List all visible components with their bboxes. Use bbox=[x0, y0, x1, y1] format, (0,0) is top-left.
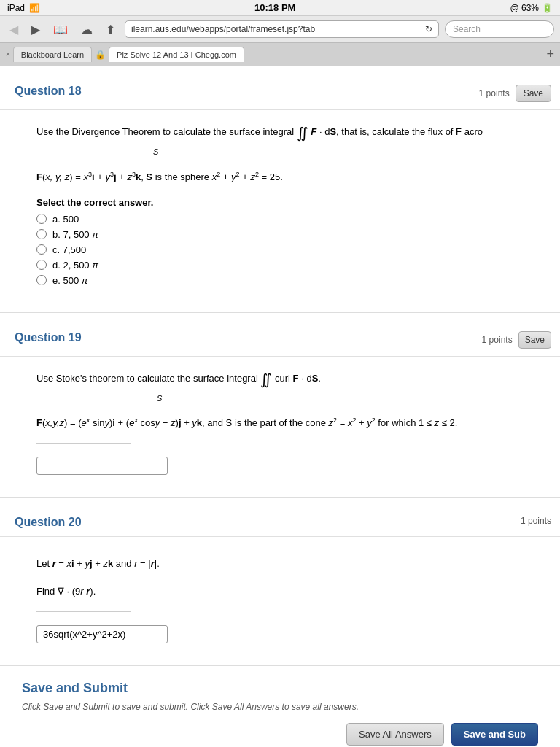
question-18-points: 1 points bbox=[479, 88, 510, 98]
radio-a[interactable] bbox=[36, 214, 47, 224]
save-submit-section: Save and Submit Click Save and Submit to… bbox=[0, 666, 560, 747]
question-19-formula: F(x,y,z) = (ex siny)i + (ex cosy − z)j +… bbox=[36, 414, 538, 432]
battery-label: @ 63% bbox=[510, 3, 539, 13]
content-area: Question 18 1 points Save Use the Diverg… bbox=[0, 66, 560, 747]
question-19-header: Question 19 1 points Save bbox=[0, 324, 560, 357]
select-answer-label: Select the correct answer. bbox=[36, 197, 538, 208]
question-20-answer-input[interactable] bbox=[36, 625, 168, 643]
question-18-title: Question 18 bbox=[15, 85, 82, 98]
question-18-save-button[interactable]: Save bbox=[516, 85, 551, 102]
status-bar: iPad 📶 10:18 PM @ 63% 🔋 bbox=[0, 0, 560, 16]
back-button[interactable]: ◀ bbox=[6, 21, 22, 38]
option-e-label: e. 500 π bbox=[52, 275, 88, 286]
wifi-icon: 📶 bbox=[29, 3, 40, 13]
separator-20 bbox=[36, 611, 131, 612]
save-submit-title: Save and Submit bbox=[22, 681, 538, 696]
tab-blackboard[interactable]: Blackboard Learn bbox=[13, 47, 92, 62]
lock-icon: 🔒 bbox=[95, 50, 106, 60]
battery-icon: 🔋 bbox=[542, 3, 553, 13]
search-box[interactable]: Search bbox=[445, 20, 554, 38]
forward-button[interactable]: ▶ bbox=[28, 21, 44, 38]
question-18-text: Use the Divergence Theorem to calculate … bbox=[36, 121, 538, 160]
option-a[interactable]: a. 500 bbox=[36, 214, 538, 225]
save-and-submit-button[interactable]: Save and Sub bbox=[451, 723, 538, 746]
question-20-title: Question 20 bbox=[15, 516, 82, 529]
time-display: 10:18 PM bbox=[254, 2, 295, 13]
question-19-points-badge: 1 points Save bbox=[482, 331, 551, 349]
status-right: @ 63% 🔋 bbox=[510, 3, 553, 13]
question-20-points-badge: 1 points bbox=[521, 516, 551, 526]
question-19-save-button[interactable]: Save bbox=[518, 331, 551, 349]
save-submit-buttons: Save All Answers Save and Sub bbox=[22, 723, 538, 746]
question-20-find: Find ∇ · (9r r). bbox=[36, 583, 538, 600]
radio-d[interactable] bbox=[36, 260, 47, 270]
option-d[interactable]: d. 2, 500 π bbox=[36, 260, 538, 271]
option-b[interactable]: b. 7, 500 π bbox=[36, 229, 538, 240]
option-c[interactable]: c. 7,500 bbox=[36, 244, 538, 255]
option-c-label: c. 7,500 bbox=[52, 244, 86, 255]
close-button[interactable]: × bbox=[6, 50, 10, 58]
reader-button[interactable]: 📖 bbox=[50, 21, 71, 38]
reload-icon[interactable]: ↻ bbox=[425, 24, 432, 34]
option-b-label: b. 7, 500 π bbox=[52, 229, 98, 240]
question-19-points: 1 points bbox=[482, 335, 513, 345]
option-a-label: a. 500 bbox=[52, 214, 79, 225]
separator-19 bbox=[36, 443, 131, 444]
device-label: iPad bbox=[7, 3, 25, 13]
save-submit-description: Click Save and Submit to save and submit… bbox=[22, 702, 538, 712]
browser-toolbar: ◀ ▶ 📖 ☁ ⬆ ↻ Search bbox=[0, 16, 560, 43]
option-e[interactable]: e. 500 π bbox=[36, 275, 538, 286]
question-18-formula: F(x, y, z) = x3i + y3j + z3k, S is the s… bbox=[36, 169, 538, 186]
url-input[interactable] bbox=[131, 24, 421, 34]
radio-b[interactable] bbox=[36, 229, 47, 239]
question-18-body: Use the Divergence Theorem to calculate … bbox=[0, 110, 560, 298]
question-19-text: Use Stoke's theorem to calculate the sur… bbox=[36, 368, 538, 406]
share-button[interactable]: ⬆ bbox=[102, 21, 119, 38]
question-19-answer-input[interactable] bbox=[36, 457, 168, 475]
question-20-let: Let r = xi + yj + zk and r = |r|. bbox=[36, 555, 538, 572]
radio-e[interactable] bbox=[36, 275, 47, 285]
tab-chegg[interactable]: Plz Solve 12 And 13 I Chegg.com bbox=[109, 47, 244, 62]
question-18-header: Question 18 1 points Save bbox=[0, 77, 560, 110]
question-18-block: Question 18 1 points Save Use the Diverg… bbox=[0, 66, 560, 313]
question-20-body: Let r = xi + yj + zk and r = |r|. Find ∇… bbox=[0, 537, 560, 651]
question-20-header: Question 20 1 points bbox=[0, 508, 560, 537]
tab-bar: × Blackboard Learn 🔒 Plz Solve 12 And 13… bbox=[0, 43, 560, 66]
question-19-body: Use Stoke's theorem to calculate the sur… bbox=[0, 357, 560, 483]
radio-c[interactable] bbox=[36, 244, 47, 255]
cloud-button[interactable]: ☁ bbox=[77, 21, 96, 38]
question-20-points: 1 points bbox=[521, 516, 551, 526]
add-tab-button[interactable]: + bbox=[546, 47, 554, 62]
save-all-answers-button[interactable]: Save All Answers bbox=[346, 723, 444, 746]
question-19-title: Question 19 bbox=[15, 331, 82, 344]
question-19-block: Question 19 1 points Save Use Stoke's th… bbox=[0, 313, 560, 498]
address-bar[interactable]: ↻ bbox=[125, 20, 439, 38]
status-left: iPad 📶 bbox=[7, 3, 40, 13]
option-d-label: d. 2, 500 π bbox=[52, 260, 98, 271]
question-18-points-badge: 1 points Save bbox=[479, 85, 551, 102]
question-20-block: Question 20 1 points Let r = xi + yj + z… bbox=[0, 498, 560, 666]
